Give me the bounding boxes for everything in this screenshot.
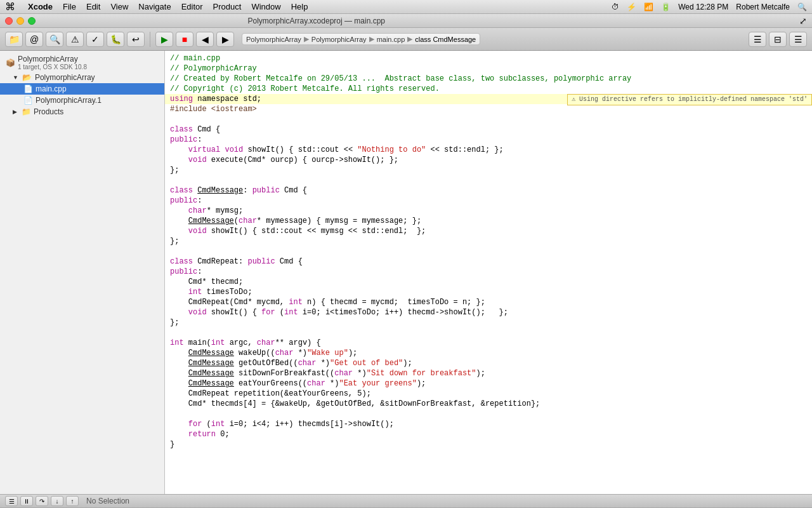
code-line-33: CmdMessage eatYourGreens((char *)"Eat yo…: [165, 378, 812, 389]
code-line-17: CmdMessage(char* mymessage) { mymsg = my…: [165, 216, 812, 226]
menubar: ⌘ Xcode File Edit View Navigate Editor P…: [0, 0, 812, 14]
debug-button[interactable]: 🐛: [107, 32, 124, 47]
sidebar-item-polymorphicarray[interactable]: ▼ 📂 PolymorphicArray: [0, 72, 164, 83]
code-line-21: class CmdRepeat: public Cmd {: [165, 257, 812, 267]
window-chrome: PolymorphicArray.xcodeproj — main.cpp ⤢: [0, 14, 812, 28]
find-button[interactable]: 🔍: [46, 32, 63, 47]
code-line-28: [165, 328, 812, 338]
issue-button[interactable]: ⚠: [66, 32, 84, 47]
debug-step-over-button[interactable]: ↷: [36, 496, 48, 506]
debug-step-into-button[interactable]: ↓: [51, 496, 63, 506]
apple-menu[interactable]: ⌘: [5, 1, 15, 13]
code-line-23: Cmd* thecmd;: [165, 277, 812, 287]
file-h-icon: 📄: [23, 96, 33, 105]
warning-tooltip: ⚠ Using directive refers to implicitly-d…: [567, 94, 812, 105]
code-line-36: [165, 409, 812, 419]
bottom-panel-toggle[interactable]: ⊟: [769, 32, 787, 47]
toolbar: 📁 @ 🔍 ⚠ ✓ 🐛 ↩ ▶ ■ ◀ ▶ PolymorphicArray ▶…: [0, 28, 812, 51]
right-panel-toggle[interactable]: ☰: [789, 32, 807, 47]
sidebar-item-maincpp[interactable]: 📄 main.cpp: [0, 83, 164, 95]
wifi-icon: 📶: [644, 3, 653, 11]
username: Robert Metcalfe: [736, 3, 790, 11]
sidebar-item-label-polymorphicarray: PolymorphicArray: [35, 73, 95, 82]
code-line-8: class Cmd {: [165, 124, 812, 135]
code-line-5: using namespace std; ⚠ Using directive r…: [165, 94, 812, 104]
code-line-13: [165, 175, 812, 185]
code-line-1: // main.cpp: [165, 53, 812, 64]
code-line-15: public:: [165, 196, 812, 206]
code-line-22: public:: [165, 267, 812, 277]
test-button[interactable]: ✓: [86, 32, 104, 47]
code-line-12: };: [165, 165, 812, 175]
code-line-14: class CmdMessage: public Cmd {: [165, 185, 812, 196]
breadcrumb: PolymorphicArray ▶ PolymorphicArray ▶ ma…: [242, 33, 480, 45]
sidebar-item-products[interactable]: ▶ 📁 Products: [0, 106, 164, 117]
code-line-2: // PolymorphicArray: [165, 64, 812, 74]
code-line-30: CmdMessage wakeUp((char *)"Wake up");: [165, 348, 812, 358]
window-title: PolymorphicArray.xcodeproj — main.cpp: [247, 17, 385, 25]
sidebar-item-polymorphicarray1[interactable]: 📄 PolymorphicArray.1: [0, 95, 164, 106]
menu-editor[interactable]: Editor: [181, 2, 203, 11]
code-line-4: // Copyright (c) 2013 Robert Metcalfe. A…: [165, 84, 812, 94]
code-line-27: };: [165, 318, 812, 328]
no-selection-label: No Selection: [86, 497, 129, 505]
status-indicator: ⏱: [612, 3, 619, 11]
debug-step-out-button[interactable]: ↑: [66, 496, 79, 506]
editor[interactable]: // main.cpp // PolymorphicArray // Creat…: [165, 51, 812, 494]
code-line-39: }: [165, 439, 812, 450]
products-folder-icon: 📁: [21, 107, 31, 116]
project-meta: 1 target, OS X SDK 10.8: [18, 64, 87, 70]
stop-button[interactable]: ■: [176, 32, 193, 47]
chevron-down-icon: ▼: [13, 74, 18, 81]
menu-window[interactable]: Window: [251, 2, 280, 11]
folder-icon: 📂: [22, 73, 32, 82]
close-button[interactable]: [5, 17, 13, 25]
search-icon[interactable]: 🔍: [797, 3, 807, 11]
menu-edit[interactable]: Edit: [86, 2, 100, 11]
code-line-26: void showIt() { for (int i=0; i<timesToD…: [165, 307, 812, 318]
maximize-button[interactable]: [28, 17, 36, 25]
bluetooth-icon: ⚡: [627, 3, 636, 11]
left-panel-toggle[interactable]: ☰: [749, 32, 766, 47]
menu-help[interactable]: Help: [291, 2, 308, 11]
debug-show-hide-button[interactable]: ☰: [5, 496, 18, 506]
resize-icon[interactable]: ⤢: [799, 16, 807, 26]
breadcrumb-item-1[interactable]: PolymorphicArray: [246, 36, 301, 43]
menu-xcode[interactable]: Xcode: [28, 2, 53, 11]
menu-product[interactable]: Product: [213, 2, 242, 11]
sidebar-project-header[interactable]: 📦 PolymorphicArray 1 target, OS X SDK 10…: [0, 53, 164, 72]
project-name: PolymorphicArray: [18, 55, 87, 64]
code-line-18: void showIt() { std::cout << mymsg << st…: [165, 226, 812, 236]
code-line-31: CmdMessage getOutOfBed((char *)"Get out …: [165, 358, 812, 368]
debug-toolbar: ☰ ⏸ ↷ ↓ ↑ No Selection: [0, 494, 812, 508]
project-icon: 📦: [5, 58, 15, 67]
breadcrumb-item-2[interactable]: PolymorphicArray: [311, 36, 367, 43]
code-line-25: CmdRepeat(Cmd* mycmd, int n) { thecmd = …: [165, 297, 812, 307]
back-button[interactable]: ◀: [196, 32, 214, 47]
menu-file[interactable]: File: [63, 2, 76, 11]
file-icon: 📄: [23, 84, 33, 93]
minimize-button[interactable]: [16, 17, 24, 25]
code-line-32: CmdMessage sitDownForBreakfast((char *)"…: [165, 368, 812, 378]
menu-view[interactable]: View: [110, 2, 128, 11]
sidebar: 📦 PolymorphicArray 1 target, OS X SDK 10…: [0, 51, 165, 494]
code-line-37: for (int i=0; i<4; i++) thecmds[i]->show…: [165, 419, 812, 429]
battery-icon: 🔋: [661, 3, 671, 11]
code-line-34: CmdRepeat repetition(&eatYourGreens, 5);: [165, 389, 812, 399]
forward-button[interactable]: ▶: [216, 32, 234, 47]
debug-pause-button[interactable]: ⏸: [20, 496, 33, 506]
sidebar-item-label-polymorphicarray1: PolymorphicArray.1: [36, 96, 102, 105]
sidebar-item-label-maincpp: main.cpp: [36, 84, 67, 93]
symbol-nav-button[interactable]: @: [25, 32, 43, 47]
project-nav-button[interactable]: 📁: [5, 32, 23, 47]
run-button[interactable]: ▶: [155, 32, 173, 47]
code-line-20: [165, 246, 812, 257]
menu-navigate[interactable]: Navigate: [138, 2, 171, 11]
traffic-lights: [5, 17, 36, 25]
code-line-11: void execute(Cmd* ourcp) { ourcp->showIt…: [165, 155, 812, 165]
breadcrumb-item-4[interactable]: class CmdMessage: [415, 36, 476, 43]
sidebar-group-project: 📦 PolymorphicArray 1 target, OS X SDK 10…: [0, 51, 164, 120]
breakpoint-button[interactable]: ↩: [127, 32, 145, 47]
clock: Wed 12:28 PM: [678, 3, 728, 11]
breadcrumb-item-3[interactable]: main.cpp: [377, 36, 405, 43]
